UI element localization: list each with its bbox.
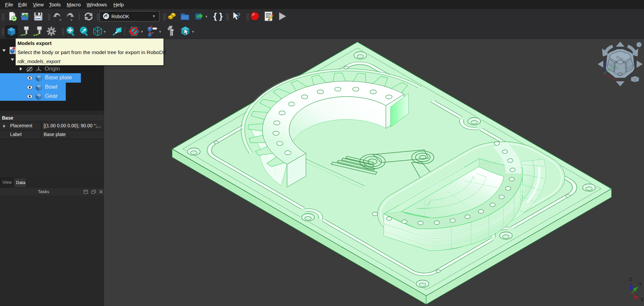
svg-text:?: ? — [237, 11, 241, 19]
svg-text:X: X — [641, 297, 644, 302]
svg-text:{ }: { } — [213, 12, 222, 21]
svg-text:Z: Z — [629, 277, 632, 282]
svg-text:Y: Y — [639, 281, 642, 287]
